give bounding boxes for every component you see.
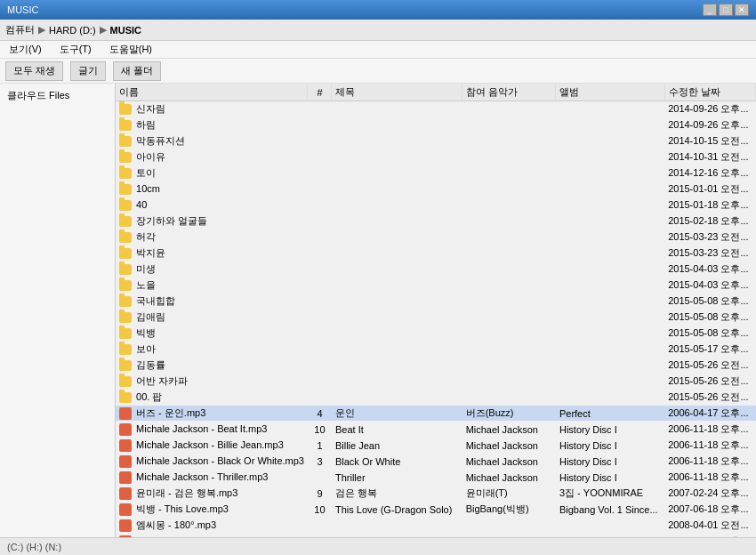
status-bar: (C:) (H:) (N:) [0,537,756,555]
table-row[interactable]: Michale Jackson - Beat It.mp3 10 Beat It… [116,422,756,438]
folder-date: 2015-05-26 오전... [664,374,755,390]
breadcrumb-part-0[interactable]: 컴퓨터 [5,23,35,36]
folder-artist [462,390,556,406]
folder-album [556,374,664,390]
close-button[interactable]: ✕ [735,4,749,16]
menu-help[interactable]: 도움말(H) [106,41,156,58]
minimize-button[interactable]: _ [703,4,717,16]
file-title: This Love (G-Dragon Solo) [332,502,462,518]
table-row[interactable]: 허각 2015-03-23 오전... [116,229,756,245]
table-row[interactable]: 신자림 2014-09-26 오후... [116,101,756,117]
table-row[interactable]: 막동퓨지션 2014-10-15 오전... [116,133,756,149]
table-row[interactable]: 박지윤 2015-03-23 오전... [116,245,756,261]
folder-title [332,390,462,406]
table-row[interactable]: Michale Jackson - Thriller.mp3 Thriller … [116,470,756,486]
folder-title [332,149,462,165]
table-row[interactable]: 김동률 2015-05-26 오전... [116,358,756,374]
table-row[interactable]: 토이 2014-12-16 오후... [116,165,756,181]
file-album [556,518,664,534]
title-text: MUSIC [7,4,38,15]
left-panel: 클라우드 Files [0,84,116,537]
folder-date: 2015-05-08 오후... [664,326,755,342]
folder-title [332,165,462,181]
folder-album [556,245,664,261]
col-header-artist[interactable]: 참여 음악가 [462,84,556,101]
col-header-date[interactable]: 수정한 날짜 [664,84,755,101]
breadcrumb-part-1[interactable]: HARD (D:) [49,25,96,36]
folder-icon [119,328,132,339]
table-row[interactable]: 김애림 2015-05-08 오후... [116,310,756,326]
menu-bar: 보기(V) 도구(T) 도움말(H) [0,41,756,59]
folder-title [332,326,462,342]
col-header-name[interactable]: 이름 [116,84,308,101]
folder-num [308,165,332,181]
folder-date: 2014-12-16 오후... [664,165,755,181]
table-row[interactable]: 장기하와 얼굴들 2015-02-18 오후... [116,213,756,229]
file-album: Perfect [556,406,664,422]
folder-date: 2015-05-17 오후... [664,342,755,358]
table-row[interactable]: 미생 2015-04-03 오후... [116,261,756,278]
table-row[interactable]: 00. 팝 2015-05-26 오전... [116,390,756,406]
file-date: 2008-04-01 오전... [664,518,755,534]
title-bar-controls[interactable]: _ □ ✕ [703,4,749,16]
table-row[interactable]: 40 2015-01-18 오후... [116,197,756,213]
mp3-icon [119,487,132,500]
folder-album [556,261,664,278]
folder-icon [119,152,132,163]
folder-artist [462,229,556,245]
file-date: 2007-02-24 오후... [664,486,755,502]
table-row[interactable]: 엠씨몽 - 180°.mp3 2008-04-01 오전... [116,518,756,534]
folder-icon [119,392,132,403]
table-row[interactable]: 버즈 - 운인.mp3 4 운인 버즈(Buzz) Perfect 2006-0… [116,406,756,422]
left-panel-cloud[interactable]: 클라우드 Files [0,87,115,104]
table-row[interactable]: 윤미래 - 검은 행복.mp3 9 검은 행복 윤미래(T) 3집 - YOON… [116,486,756,502]
folder-artist [462,181,556,197]
table-row[interactable]: 국내힙합 2015-05-08 오후... [116,294,756,310]
folder-num [308,342,332,358]
col-header-album[interactable]: 앨범 [556,84,664,101]
table-row[interactable]: Michale Jackson - Billie Jean.mp3 1 Bill… [116,438,756,454]
folder-num [308,101,332,117]
table-row[interactable]: Michale Jackson - Black Or White.mp3 3 B… [116,454,756,470]
col-header-num[interactable]: # [308,84,332,101]
folder-num [308,133,332,149]
file-name: 윤미래 - 검은 행복.mp3 [136,487,237,498]
folder-name: 미생 [136,263,156,274]
play-all-button[interactable]: 모두 재생 [5,61,63,81]
folder-icon [119,360,132,371]
folder-name: 신자림 [136,103,165,114]
table-row[interactable]: 10cm 2015-01-01 오전... [116,181,756,197]
folder-album [556,390,664,406]
breadcrumb-part-2[interactable]: MUSIC [110,25,141,36]
folder-date: 2015-04-03 오후... [664,278,755,294]
new-folder-button[interactable]: 새 폴더 [113,61,161,81]
maximize-button[interactable]: □ [719,4,733,16]
file-num: 10 [308,422,332,438]
file-table: 이름 # 제목 참여 음악가 앨범 수정한 날짜 신자림 2014-09-26 … [116,84,756,537]
folder-date: 2015-04-03 오후... [664,261,755,278]
table-row[interactable]: 빅뱅 - This Love.mp3 10 This Love (G-Drago… [116,502,756,518]
folder-title [332,229,462,245]
folder-num [308,117,332,133]
file-artist: 버즈(Buzz) [462,406,556,422]
folder-artist [462,294,556,310]
table-row[interactable]: 아이유 2014-10-31 오전... [116,149,756,165]
table-row[interactable]: 보아 2015-05-17 오후... [116,342,756,358]
file-title: I Am The Walrus [332,534,462,537]
folder-icon [119,344,132,355]
table-row[interactable]: 어반 자카파 2015-05-26 오전... [116,374,756,390]
table-row[interactable]: 노을 2015-04-03 오후... [116,278,756,294]
folder-num [308,197,332,213]
toolbar: 모두 재생 글기 새 폴더 [0,59,756,84]
folder-title [332,197,462,213]
file-num [308,518,332,534]
table-row[interactable]: 빅뱅 2015-05-08 오후... [116,326,756,342]
menu-view[interactable]: 보기(V) [5,41,45,58]
font-size-button[interactable]: 글기 [70,61,106,81]
menu-tools[interactable]: 도구(T) [56,41,95,58]
mp3-icon [119,455,132,468]
table-row[interactable]: Beatles - I Am The Walrus.mp3 6 I Am The… [116,534,756,537]
table-row[interactable]: 하림 2014-09-26 오후... [116,117,756,133]
col-header-title[interactable]: 제목 [332,84,462,101]
folder-icon [119,296,132,307]
